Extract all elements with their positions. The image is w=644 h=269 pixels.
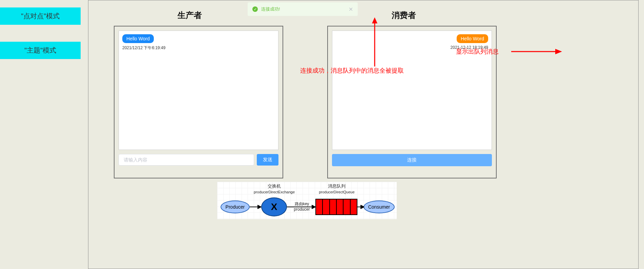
architecture-diagram: 交换机 producerDirectExchange 消息队列 producer… xyxy=(217,182,397,219)
main-panel: 生产者 消费者 ✓ 连接成功! ✕ Hello Word 2021/12/12 … xyxy=(88,0,639,269)
consumer-messages: Hello Word 2021-12-12 18:19:49 xyxy=(332,31,492,150)
producer-node: Producer xyxy=(221,200,250,213)
sidebar: "点对点"模式 "主题"模式 xyxy=(0,0,81,59)
producer-message-bubble: Hello Word xyxy=(122,34,154,43)
toast-text: 连接成功! xyxy=(261,6,280,12)
producer-message-timestamp: 2021/12/12 下午6:19:49 xyxy=(122,45,275,51)
svg-marker-9 xyxy=(361,205,364,209)
svg-marker-7 xyxy=(312,205,315,209)
connect-button[interactable]: 连接 xyxy=(332,154,492,166)
exchange-label: 交换机 producerDirectExchange xyxy=(254,183,294,194)
exchange-node: X xyxy=(261,197,287,216)
producer-input-row: 发送 xyxy=(119,154,278,166)
send-button[interactable]: 发送 xyxy=(257,154,278,166)
svg-marker-5 xyxy=(258,205,261,209)
mode-p2p-button[interactable]: "点对点"模式 xyxy=(0,7,81,25)
producer-messages: Hello Word 2021/12/12 下午6:19:49 xyxy=(119,31,278,150)
svg-marker-1 xyxy=(372,17,377,23)
queue-label: 消息队列 producerDirectQueue xyxy=(315,183,359,194)
arrow-right-icon xyxy=(511,46,562,57)
svg-marker-3 xyxy=(555,49,562,54)
consumer-message-bubble: Hello Word xyxy=(457,34,488,43)
consumer-title: 消费者 xyxy=(392,10,416,21)
consumer-message-item: Hello Word 2021-12-12 18:19:49 xyxy=(336,34,488,50)
arrow-icon xyxy=(250,205,261,209)
producer-message-item: Hello Word 2021/12/12 下午6:19:49 xyxy=(122,34,275,51)
success-toast: ✓ 连接成功! ✕ xyxy=(248,2,358,16)
producer-panel: Hello Word 2021/12/12 下午6:19:49 发送 xyxy=(114,26,283,178)
consumer-node: Consumer xyxy=(363,200,395,213)
check-icon: ✓ xyxy=(252,6,258,12)
producer-input[interactable] xyxy=(119,154,254,166)
mode-topic-button[interactable]: "主题"模式 xyxy=(0,42,81,59)
close-icon[interactable]: ✕ xyxy=(349,6,353,13)
consumer-panel: Hello Word 2021-12-12 18:19:49 连接 xyxy=(327,26,497,178)
producer-title: 生产者 xyxy=(178,10,202,21)
consumer-message-timestamp: 2021-12-12 18:19:49 xyxy=(336,45,488,50)
arrow-icon xyxy=(287,205,315,209)
arrow-icon xyxy=(357,205,364,209)
queue-node xyxy=(315,199,357,215)
